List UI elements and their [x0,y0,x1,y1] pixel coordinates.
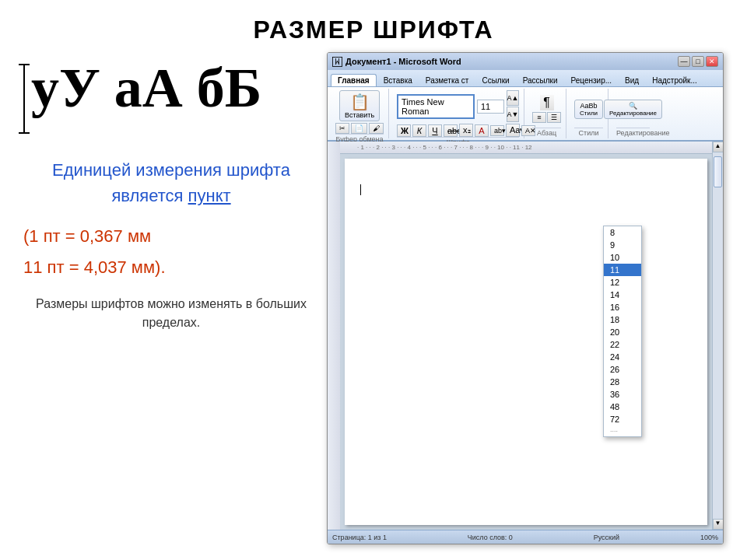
italic-button[interactable]: К [412,124,426,137]
text-demo: уУ аА бБ [23,60,319,134]
styles-label: Стили [580,110,598,117]
bracket-line [23,64,25,134]
horizontal-ruler: · 1 · · · 2 · · · 3 · · · 4 · · · 5 · · … [340,142,712,154]
size-item-48[interactable]: 48 [604,401,641,413]
copy-button[interactable]: 📄 [351,123,367,134]
info-text-1: Единицей измерения шрифта является [52,160,290,205]
ribbon: 📋 Вставить ✂ 📄 🖌 Буфер обмена [328,87,723,142]
measurement-line-2: 11 пт = 4,037 мм). [23,252,319,283]
paste-button[interactable]: 📋 Вставить [339,90,380,121]
scrollbar-thumb[interactable] [714,156,722,187]
doc-content-wrap: · 1 · · · 2 · · · 3 · · · 4 · · · 5 · · … [340,142,712,530]
size-item-11[interactable]: 11 [604,264,641,276]
status-lang: Русский [594,534,619,541]
strikethrough-button[interactable]: abe [444,124,458,137]
cut-button[interactable]: ✂ [335,123,349,134]
size-item-20[interactable]: 20 [604,326,641,338]
minimize-button[interactable]: — [678,56,690,67]
tab-references[interactable]: Ссылки [475,75,515,86]
editing-label-bar: Редактирование [616,128,650,137]
editing-group: 🔍 Редактирование Редактирование [612,89,654,138]
font-bg-button[interactable]: Aa▾ [506,124,520,137]
size-item-14[interactable]: 14 [604,289,641,301]
left-panel: уУ аА бБ Единицей измерения шрифта являе… [23,52,319,544]
font-selector-row: Times New Roman 11 A▲ A▼ [397,90,519,122]
title-bar: 🅆 Документ1 - Microsoft Word — □ ✕ [328,53,723,70]
styles-group: AaBb Стили Стили [570,89,608,138]
font-group: Times New Roman 11 A▲ A▼ Ж [392,89,524,138]
highlight-button[interactable]: ab▾ [490,125,504,136]
content-area: уУ аА бБ Единицей измерения шрифта являе… [23,52,724,544]
format-row: Ж К Ч abe x₂ A ab▾ Aa▾ A✕ [397,124,519,137]
info-text: Единицей измерения шрифта является пункт [23,157,319,208]
vertical-scrollbar[interactable]: ▲ ▼ [712,142,723,530]
status-bar: Страница: 1 из 1 Число слов: 0 Русский 1… [328,530,723,544]
editing-button[interactable]: 🔍 Редактирование [604,100,662,119]
doc-page[interactable] [345,159,707,525]
left-ruler [328,142,340,530]
size-item-24[interactable]: 24 [604,351,641,363]
editing-label: Редактирование [609,110,657,117]
subscript-button[interactable]: x₂ [459,124,473,137]
ribbon-tabs: Главная Вставка Разметка ст Ссылки Рассы… [328,70,723,87]
measurement-line-1: (1 пт = 0,367 мм [23,221,319,252]
clipboard-group: 📋 Вставить ✂ 📄 🖌 Буфер обмена [331,89,389,138]
size-item-36[interactable]: 36 [604,388,641,401]
word-window: 🅆 Документ1 - Microsoft Word — □ ✕ Главн… [327,52,724,544]
tab-layout[interactable]: Разметка ст [419,75,475,86]
height-indicator [23,64,25,134]
title-bar-controls: — □ ✕ [678,56,718,67]
tab-review[interactable]: Рецензир... [565,75,619,86]
info-note: Размеры шрифтов можно изменять в больших… [23,295,319,332]
size-item-72[interactable]: 72 [604,413,641,425]
close-button[interactable]: ✕ [706,56,718,67]
scroll-up-button[interactable]: ▲ [713,142,724,152]
font-size-list: 8 9 10 11 12 14 16 18 20 22 24 [604,226,641,436]
maximize-button[interactable]: □ [692,56,704,67]
doc-area[interactable]: 8 9 10 11 12 14 16 18 20 22 24 [340,154,712,530]
styles-label-bar: Стили [574,128,603,137]
size-item-22[interactable]: 22 [604,338,641,351]
tab-insert[interactable]: Вставка [377,75,419,86]
size-item-9[interactable]: 9 [604,239,641,251]
word-icon: 🅆 [332,56,342,68]
doc-main-area: · 1 · · · 2 · · · 3 · · · 4 · · · 5 · · … [328,142,723,530]
font-size-increase-button[interactable]: A▲ [507,90,519,106]
align-left-button[interactable]: ≡ [532,112,546,123]
tab-home[interactable]: Главная [331,74,377,86]
bold-button[interactable]: Ж [397,124,411,137]
size-item-12[interactable]: 12 [604,276,641,289]
size-item-8[interactable]: 8 [604,226,641,239]
font-color-button[interactable]: A [475,124,489,137]
styles-button[interactable]: AaBb Стили [574,100,603,119]
font-name-input[interactable]: Times New Roman [397,94,475,119]
paste-label: Вставить [345,111,374,119]
font-size-dropdown[interactable]: 8 9 10 11 12 14 16 18 20 22 24 [603,226,642,437]
size-item-26[interactable]: 26 [604,363,641,376]
size-item-more[interactable]: ···· [604,425,641,436]
tab-view[interactable]: Вид [619,75,645,86]
paragraph-label: Абзац [532,128,561,137]
scrollbar-track[interactable] [713,152,723,519]
size-item-28[interactable]: 28 [604,376,641,388]
page-title: РАЗМЕР ШРИФТА [23,16,724,44]
tab-addins[interactable]: Надстройк... [646,75,703,86]
size-item-18[interactable]: 18 [604,313,641,326]
info-measurements: (1 пт = 0,367 мм 11 пт = 4,037 мм). [23,221,319,282]
tab-mailings[interactable]: Рассылки [517,75,564,86]
paragraph-group: ¶ ≡ ☰ Абзац [528,89,566,138]
font-size-input[interactable]: 11 [477,100,504,114]
paragraph-icon: ¶ [540,95,554,110]
align-center-button[interactable]: ☰ [547,112,561,123]
font-size-decrease-button[interactable]: A▼ [507,107,519,122]
format-painter-button[interactable]: 🖌 [369,123,384,134]
info-text-underline: пункт [188,186,231,205]
size-item-10[interactable]: 10 [604,251,641,264]
underline-button[interactable]: Ч [428,124,442,137]
scroll-down-button[interactable]: ▼ [713,519,724,530]
ruler-marks: · 1 · · · 2 · · · 3 · · · 4 · · · 5 · · … [357,144,532,151]
text-cursor [360,184,361,195]
title-bar-text: Документ1 - Microsoft Word [345,57,461,66]
demo-text: уУ аА бБ [31,60,261,116]
size-item-16[interactable]: 16 [604,301,641,313]
